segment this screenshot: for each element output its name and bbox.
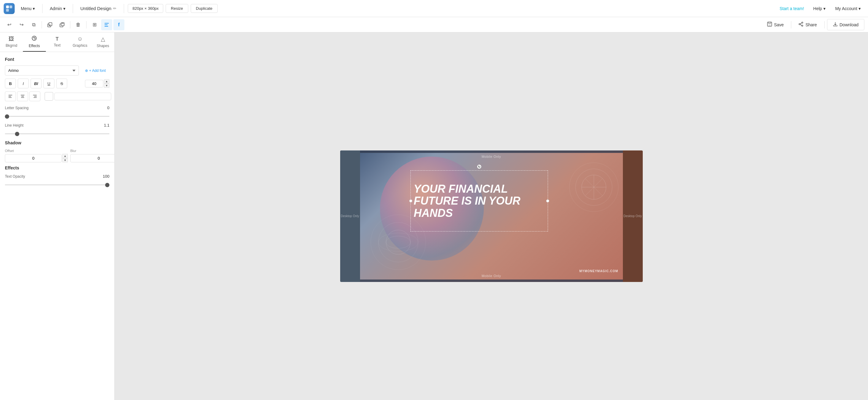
shadow-offset-input[interactable] [5, 154, 62, 162]
tab-shapes-label: Shapes [97, 44, 109, 48]
svg-point-34 [386, 230, 410, 254]
opacity-slider-container [5, 181, 110, 187]
undo-button[interactable]: ↩ [4, 19, 15, 30]
align-left-button[interactable] [5, 91, 16, 101]
grid-button[interactable]: ⊞ [89, 19, 100, 30]
shadow-blur-label: Blur [70, 149, 114, 152]
bkgrnd-icon: 🖼 [8, 36, 14, 42]
align-button[interactable] [101, 19, 112, 30]
tab-bkgrnd[interactable]: 🖼 Bkgrnd [0, 32, 23, 52]
share-button[interactable]: Share [794, 20, 822, 29]
align-center-button[interactable] [17, 91, 28, 101]
design-canvas[interactable]: Desktop Only Desktop Only Mobile Only Mo… [340, 150, 643, 282]
selection-handle-right[interactable] [546, 199, 549, 202]
save-button[interactable]: Save [762, 20, 788, 29]
admin-button[interactable]: Admin ▾ [46, 4, 69, 13]
tab-graphics[interactable]: ☺ Graphics [68, 32, 91, 52]
tab-bkgrnd-label: Bkgrnd [5, 44, 17, 48]
italic-button[interactable]: I [18, 79, 29, 88]
shadow-blur-input-row: ▲ ▼ [70, 154, 114, 162]
strikethrough-button[interactable]: S [56, 79, 67, 88]
menu-button[interactable]: Menu ▾ [17, 4, 38, 13]
download-button[interactable]: Download [827, 19, 864, 30]
tab-effects[interactable]: Effects [23, 32, 46, 52]
duplicate-button[interactable]: Duplicate [191, 4, 218, 13]
font-size-up[interactable]: ▲ [104, 79, 110, 84]
letter-spacing-slider-container [5, 113, 110, 118]
dimensions-button[interactable]: 820px × 360px [128, 4, 163, 13]
add-font-button[interactable]: ⊕ + Add font [81, 66, 110, 75]
format-row: B I BI U S ▲ ▼ [5, 79, 110, 88]
tab-text[interactable]: T Text [46, 32, 69, 52]
shadow-offset-field: Offset ▲ ▼ [5, 149, 68, 162]
effects-section: Effects Text Opacity 100 [5, 166, 110, 187]
bold-button[interactable]: B [5, 79, 16, 88]
headline-text: YOUR FINANCIAL FUTURE IS IN YOUR HANDS [411, 180, 548, 222]
align-group [5, 91, 40, 101]
main-layout: 🖼 Bkgrnd Effects T Text ☺ Graphics △ Sha… [0, 32, 868, 400]
tab-text-label: Text [54, 43, 61, 48]
text-icon: T [56, 36, 59, 42]
resize-button[interactable]: Resize [166, 4, 188, 13]
redo-button[interactable]: ↪ [16, 19, 27, 30]
shadow-blur-input[interactable] [70, 154, 114, 162]
bottom-bar [360, 280, 623, 282]
shadow-offset-input-row: ▲ ▼ [5, 154, 68, 162]
shapes-icon: △ [101, 36, 105, 42]
underline-button[interactable]: U [43, 79, 54, 88]
edit-title-icon: ✏ [113, 6, 117, 11]
tab-graphics-label: Graphics [73, 44, 87, 48]
copy-button[interactable]: ⧉ [28, 19, 39, 30]
layer-down-button[interactable] [44, 19, 55, 30]
align-row: #ffffff [5, 91, 110, 101]
opacity-row: Text Opacity 100 [5, 174, 110, 179]
help-button[interactable]: Help ▾ [810, 4, 829, 13]
shadow-offset-spinner: ▲ ▼ [62, 154, 68, 162]
tab-shapes[interactable]: △ Shapes [91, 32, 114, 52]
help-chevron-icon: ▾ [824, 6, 826, 11]
website-text: MYMONEYMAGIC.COM [579, 269, 618, 273]
selection-handle-left[interactable] [409, 199, 412, 202]
font-section-title: Font [5, 57, 110, 62]
tool-separator-2 [70, 21, 70, 28]
account-button[interactable]: My Account ▾ [832, 4, 864, 13]
save-icon [767, 22, 772, 28]
bold-italic-button[interactable]: BI [31, 79, 41, 88]
top-bar [360, 150, 623, 153]
shadow-offset-down[interactable]: ▼ [62, 158, 68, 162]
admin-chevron-icon: ▾ [63, 6, 65, 11]
align-right-button[interactable] [29, 91, 40, 101]
svg-point-14 [799, 24, 800, 25]
nav-divider-3 [124, 4, 124, 13]
effects-section-title: Effects [5, 166, 110, 170]
tool-separator-3 [86, 21, 87, 28]
menu-chevron-icon: ▾ [33, 6, 35, 11]
line-height-label: Line Height [5, 123, 24, 127]
start-team-button[interactable]: Start a team! [777, 4, 807, 13]
letter-spacing-label: Letter Spacing [5, 106, 28, 110]
sidebar-content: Font Arimo ⊕ + Add font B I BI U S [0, 52, 114, 400]
fb-share-button[interactable]: f [114, 19, 124, 30]
text-color-swatch[interactable] [44, 92, 53, 101]
letter-spacing-slider[interactable] [5, 116, 110, 117]
tool-separator-1 [41, 21, 42, 28]
svg-rect-1 [9, 5, 12, 8]
font-size-input[interactable] [85, 80, 103, 87]
text-color-input[interactable]: #ffffff [54, 93, 111, 100]
delete-button[interactable]: 🗑 [73, 19, 84, 30]
shadow-offset-up[interactable]: ▲ [62, 154, 68, 158]
rings-right [566, 160, 621, 215]
text-selection-box[interactable]: ↻ YOUR FINANCIAL FUTURE IS IN YOUR HANDS [410, 170, 548, 231]
download-icon [833, 22, 838, 28]
font-select[interactable]: Arimo [5, 65, 79, 76]
line-height-value: 1.1 [104, 123, 110, 127]
opacity-slider[interactable] [5, 184, 110, 185]
svg-rect-11 [768, 22, 771, 24]
layer-up-button[interactable] [57, 19, 67, 30]
svg-rect-2 [6, 9, 9, 11]
rotate-handle[interactable]: ↻ [477, 165, 482, 169]
top-nav: Menu ▾ Admin ▾ Untitled Design ✏ 820px ×… [0, 0, 868, 17]
design-title[interactable]: Untitled Design ✏ [77, 4, 120, 13]
font-size-down[interactable]: ▼ [104, 84, 110, 88]
line-height-slider[interactable] [5, 133, 110, 134]
